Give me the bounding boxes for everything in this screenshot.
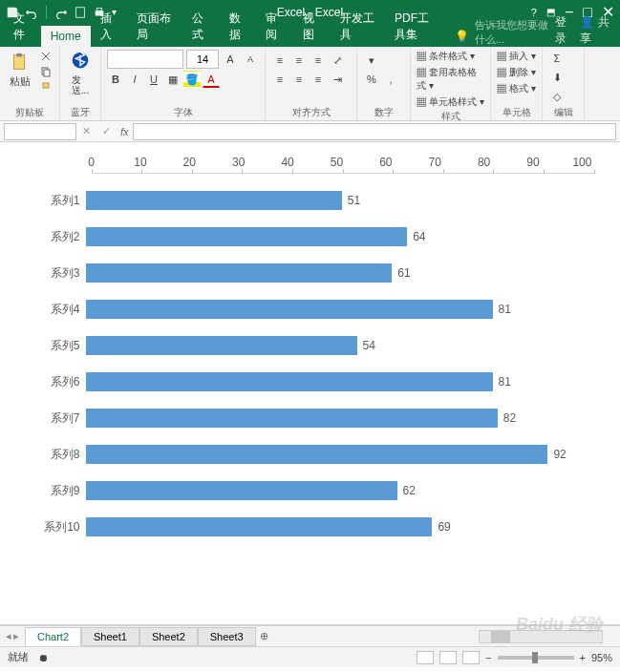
align-center-icon[interactable]: ≡ xyxy=(290,71,308,88)
undo-icon[interactable] xyxy=(25,6,38,19)
share-button[interactable]: 👤 共享 xyxy=(580,14,610,47)
fx-cancel-icon[interactable]: ✕ xyxy=(76,125,96,137)
tab-home[interactable]: Home xyxy=(41,26,91,47)
bar[interactable] xyxy=(86,481,397,500)
horizontal-scrollbar[interactable] xyxy=(479,630,603,643)
increase-font-icon[interactable]: A xyxy=(222,51,239,68)
align-right-icon[interactable]: ≡ xyxy=(310,71,327,88)
tab-formulas[interactable]: 公式 xyxy=(182,7,220,47)
align-middle-icon[interactable]: ≡ xyxy=(290,52,308,69)
bar[interactable] xyxy=(86,336,357,355)
tell-me-input[interactable]: 告诉我您想要做什么... xyxy=(475,18,555,47)
bar[interactable] xyxy=(86,445,548,464)
fx-enter-icon[interactable]: ✓ xyxy=(96,125,117,137)
bar-value-label: 81 xyxy=(499,300,511,319)
sheet-tab[interactable]: Sheet2 xyxy=(139,627,198,646)
svg-rect-6 xyxy=(44,70,50,76)
bar[interactable] xyxy=(86,191,342,210)
paste-button[interactable]: 粘贴 xyxy=(6,50,34,91)
formula-bar: ✕ ✓ fx xyxy=(0,121,620,142)
fx-icon[interactable]: fx xyxy=(117,126,133,137)
bluetooth-button[interactable]: 发送... xyxy=(66,50,95,97)
bar-value-label: 69 xyxy=(438,517,450,536)
format-cells-button[interactable]: ▦ 格式 ▾ xyxy=(497,82,536,95)
new-icon[interactable] xyxy=(74,6,87,19)
delete-cells-button[interactable]: ▦ 删除 ▾ xyxy=(497,66,536,79)
window-title: Excel - Excel xyxy=(277,6,343,19)
help-icon[interactable]: ? xyxy=(531,7,537,18)
clipboard-label: 剪贴板 xyxy=(6,105,53,119)
bar[interactable] xyxy=(86,227,408,246)
sheet-tabs: ◂ ▸ Chart2Sheet1Sheet2Sheet3 ⊕ xyxy=(0,625,620,646)
clear-icon[interactable]: ◇ xyxy=(548,88,566,105)
ribbon-display-icon[interactable]: ⬒ xyxy=(546,7,555,17)
cell-styles-button[interactable]: ▦ 单元格样式 ▾ xyxy=(417,95,484,109)
underline-button[interactable]: U xyxy=(145,71,162,88)
bar[interactable] xyxy=(86,517,433,536)
login-button[interactable]: 登录 xyxy=(555,14,572,47)
page-break-view-icon[interactable] xyxy=(462,651,480,664)
zoom-level[interactable]: 95% xyxy=(591,652,612,663)
font-name-input[interactable] xyxy=(107,50,183,69)
redo-icon[interactable] xyxy=(54,6,68,19)
copy-icon[interactable] xyxy=(38,65,53,78)
fill-icon[interactable]: ⬇ xyxy=(548,69,566,86)
tab-nav-next-icon[interactable]: ▸ xyxy=(13,630,19,642)
print-icon[interactable] xyxy=(93,6,106,19)
zoom-slider[interactable] xyxy=(498,656,574,660)
category-label: 系列7 xyxy=(27,410,86,427)
page-layout-view-icon[interactable] xyxy=(439,651,457,664)
name-box[interactable] xyxy=(4,123,76,140)
bar[interactable] xyxy=(86,372,493,391)
percent-icon[interactable]: % xyxy=(363,71,380,88)
insert-cells-button[interactable]: ▦ 插入 ▾ xyxy=(497,50,536,63)
sheet-list: Chart2Sheet1Sheet2Sheet3 xyxy=(25,627,256,646)
zoom-out-button[interactable]: − xyxy=(485,652,491,663)
svg-rect-3 xyxy=(14,55,25,70)
cond-format-button[interactable]: ▦ 条件格式 ▾ xyxy=(417,50,484,63)
font-color-icon[interactable]: A xyxy=(203,71,220,88)
tab-nav-prev-icon[interactable]: ◂ xyxy=(6,630,11,642)
bar[interactable] xyxy=(86,409,498,428)
italic-button[interactable]: I xyxy=(126,71,143,88)
orientation-icon[interactable]: ⤢ xyxy=(329,52,346,69)
category-label: 系列4 xyxy=(27,302,86,318)
save-icon[interactable] xyxy=(6,6,19,19)
sheet-tab[interactable]: Sheet1 xyxy=(81,627,139,646)
decrease-font-icon[interactable]: A xyxy=(242,51,259,68)
svg-rect-2 xyxy=(96,8,101,10)
fill-color-icon[interactable]: 🪣 xyxy=(183,71,201,88)
tab-pdf[interactable]: PDF工具集 xyxy=(385,7,449,47)
x-tick: 70 xyxy=(423,156,446,169)
macro-record-icon[interactable]: ⏺ xyxy=(38,652,49,663)
category-label: 系列5 xyxy=(27,338,86,354)
number-format-icon[interactable]: ▾ xyxy=(363,52,380,69)
bar[interactable] xyxy=(86,263,393,283)
add-sheet-button[interactable]: ⊕ xyxy=(256,630,273,642)
align-left-icon[interactable]: ≡ xyxy=(271,71,289,88)
comma-icon[interactable]: , xyxy=(382,71,399,88)
zoom-in-button[interactable]: + xyxy=(580,652,586,663)
border-icon[interactable]: ▦ xyxy=(164,71,182,88)
group-number: ▾ % , 数字 xyxy=(357,47,411,120)
table-format-button[interactable]: ▦ 套用表格格式 ▾ xyxy=(417,66,484,93)
format-painter-icon[interactable] xyxy=(38,80,53,94)
chart-area[interactable]: 0102030405060708090100 系列151系列264系列361系列… xyxy=(0,142,620,625)
cut-icon[interactable] xyxy=(38,50,53,63)
indent-icon[interactable]: ⇥ xyxy=(329,71,346,88)
bold-button[interactable]: B xyxy=(107,71,124,88)
tab-data[interactable]: 数据 xyxy=(220,7,257,47)
group-styles: ▦ 条件格式 ▾ ▦ 套用表格格式 ▾ ▦ 单元格样式 ▾ 样式 xyxy=(411,47,491,120)
sheet-tab[interactable]: Chart2 xyxy=(25,627,81,646)
font-size-input[interactable] xyxy=(186,50,219,69)
tab-layout[interactable]: 页面布局 xyxy=(127,7,182,47)
svg-rect-1 xyxy=(96,10,104,15)
align-bottom-icon[interactable]: ≡ xyxy=(310,52,327,69)
autosum-icon[interactable]: Σ xyxy=(548,50,566,67)
x-tick: 50 xyxy=(325,156,348,169)
sheet-tab[interactable]: Sheet3 xyxy=(198,627,256,646)
bar[interactable] xyxy=(86,300,493,319)
normal-view-icon[interactable] xyxy=(417,651,434,664)
formula-input[interactable] xyxy=(133,123,616,140)
align-top-icon[interactable]: ≡ xyxy=(271,52,289,69)
